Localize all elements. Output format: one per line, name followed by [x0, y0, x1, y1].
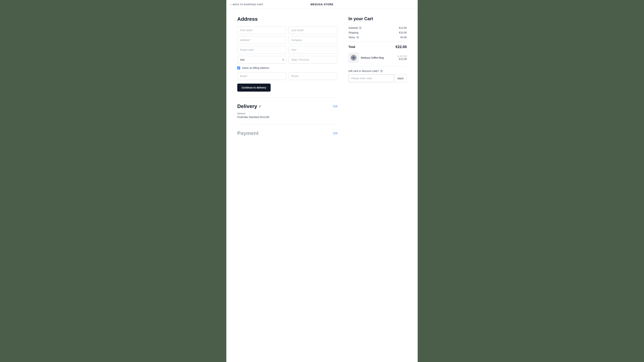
country-select[interactable]: Italy — [237, 56, 286, 63]
postal-city-row — [237, 46, 338, 54]
subtotal-value: €12.00 — [399, 26, 407, 29]
discount-code-input[interactable] — [348, 74, 394, 82]
continue-to-delivery-button[interactable]: Continue to delivery — [237, 84, 270, 92]
delivery-edit-link[interactable]: Edit — [333, 105, 338, 108]
address-input[interactable] — [237, 36, 286, 44]
taxes-row: Taxes i €0.00 — [348, 36, 407, 39]
city-input[interactable] — [288, 46, 338, 54]
payment-edit-link[interactable]: Edit — [333, 132, 338, 135]
email-input[interactable] — [237, 72, 286, 80]
method-value: PostFake Standard (€10,00) — [237, 116, 338, 118]
discount-info-icon[interactable]: i — [380, 69, 383, 72]
product-details: Medusa Coffee Mug — [361, 56, 395, 59]
product-qty-price: 1x €12.00 — [397, 55, 407, 57]
address-delivery-divider — [237, 97, 338, 98]
phone-input[interactable] — [288, 72, 338, 80]
cart-subtotal-divider — [348, 42, 407, 42]
delivery-title-row: Delivery ✓ — [237, 103, 262, 109]
cart-title: In your Cart — [348, 16, 407, 21]
shipping-row: Shipping €10.00 — [348, 31, 407, 34]
delivery-payment-divider — [237, 124, 338, 125]
back-label: BACK TO SHOPPING CART — [233, 3, 263, 6]
address-section-title: Address — [237, 16, 338, 22]
subtotal-row: Subtotal i €12.00 — [348, 26, 407, 29]
last-name-input[interactable] — [288, 26, 338, 34]
subtotal-label: Subtotal i — [348, 26, 362, 29]
same-billing-label: Same as billing address — [242, 66, 269, 69]
name-row — [237, 26, 338, 34]
discount-label: Gift card or discount code? i — [348, 69, 407, 72]
country-select-wrapper: Italy ⇅ — [237, 56, 286, 63]
state-input[interactable] — [288, 56, 338, 63]
billing-checkbox-row: Same as billing address — [237, 66, 338, 69]
address-company-row — [237, 36, 338, 44]
delivery-header: Delivery ✓ Edit — [237, 103, 338, 109]
delivery-section-title: Delivery — [237, 103, 257, 109]
shipping-value: €10.00 — [399, 31, 407, 34]
subtotal-info-icon[interactable]: i — [359, 26, 362, 29]
back-to-cart-link[interactable]: ‹ BACK TO SHOPPING CART — [231, 3, 263, 6]
method-label: Method — [237, 112, 338, 115]
left-column: Address Italy ⇅ — [237, 16, 338, 139]
product-name: Medusa Coffee Mug — [361, 56, 395, 59]
total-value: €22.00 — [396, 45, 407, 49]
total-row: Total €22.00 — [348, 45, 407, 49]
product-icon — [352, 56, 355, 59]
store-title: MEDUSA STORE — [310, 3, 333, 6]
cart-product-divider — [348, 66, 407, 67]
svg-point-1 — [353, 57, 354, 58]
company-input[interactable] — [288, 36, 338, 44]
product-price-row: 1x €12.00 €12.00 — [397, 55, 407, 60]
taxes-info-icon[interactable]: i — [356, 36, 359, 39]
email-phone-row — [237, 72, 338, 80]
taxes-label: Taxes i — [348, 36, 359, 39]
total-label: Total — [348, 45, 355, 49]
discount-input-row: Apply — [348, 74, 407, 82]
product-thumbnail — [350, 55, 356, 61]
taxes-value: €0.00 — [400, 36, 407, 39]
back-arrow-icon: ‹ — [231, 3, 232, 6]
payment-section-title: Payment — [237, 130, 258, 136]
first-name-input[interactable] — [237, 26, 286, 34]
same-billing-checkbox[interactable] — [237, 66, 240, 69]
delivery-check-icon: ✓ — [258, 104, 262, 108]
product-price: €12.00 — [399, 57, 407, 60]
product-image — [348, 53, 359, 63]
shipping-label: Shipping — [348, 31, 358, 34]
country-state-row: Italy ⇅ — [237, 56, 338, 63]
top-nav: ‹ BACK TO SHOPPING CART MEDUSA STORE — [226, 0, 418, 9]
postal-code-input[interactable] — [237, 46, 286, 54]
product-item: Medusa Coffee Mug 1x €12.00 €12.00 — [348, 53, 407, 63]
payment-header: Payment Edit — [237, 130, 338, 136]
cart-panel: In your Cart Subtotal i €12.00 Shipping … — [348, 16, 407, 139]
apply-button[interactable]: Apply — [394, 74, 406, 82]
